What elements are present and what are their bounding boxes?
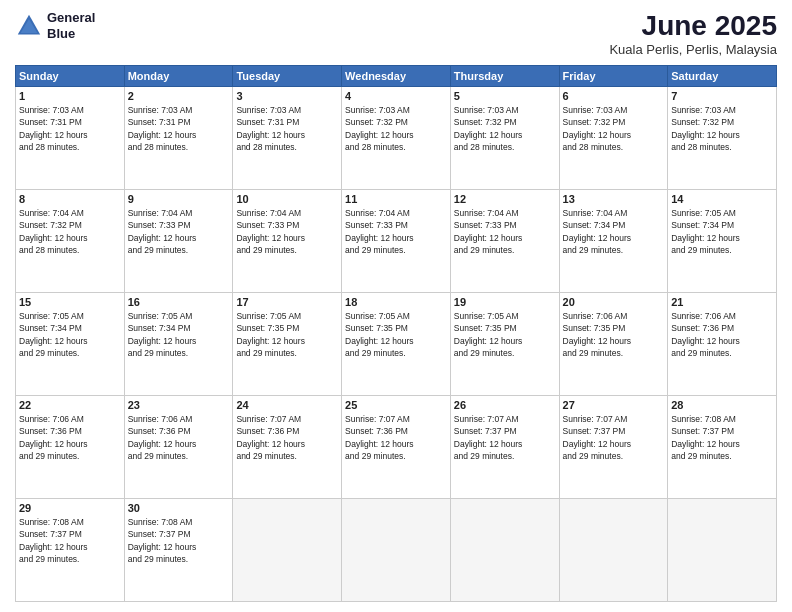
table-row: 25Sunrise: 7:07 AMSunset: 7:36 PMDayligh… — [342, 396, 451, 499]
cell-text: Sunrise: 7:07 AMSunset: 7:36 PMDaylight:… — [345, 413, 447, 462]
day-number: 21 — [671, 296, 773, 308]
day-number: 6 — [563, 90, 665, 102]
table-row: 7Sunrise: 7:03 AMSunset: 7:32 PMDaylight… — [668, 87, 777, 190]
calendar-week: 29Sunrise: 7:08 AMSunset: 7:37 PMDayligh… — [16, 499, 777, 602]
cell-text: Sunrise: 7:08 AMSunset: 7:37 PMDaylight:… — [128, 516, 230, 565]
day-number: 13 — [563, 193, 665, 205]
day-number: 3 — [236, 90, 338, 102]
table-row — [233, 499, 342, 602]
calendar-week: 22Sunrise: 7:06 AMSunset: 7:36 PMDayligh… — [16, 396, 777, 499]
day-number: 19 — [454, 296, 556, 308]
cell-text: Sunrise: 7:03 AMSunset: 7:32 PMDaylight:… — [563, 104, 665, 153]
table-row: 24Sunrise: 7:07 AMSunset: 7:36 PMDayligh… — [233, 396, 342, 499]
day-number: 5 — [454, 90, 556, 102]
weekday-header: Saturday — [668, 66, 777, 87]
day-number: 17 — [236, 296, 338, 308]
day-number: 1 — [19, 90, 121, 102]
cell-text: Sunrise: 7:04 AMSunset: 7:33 PMDaylight:… — [128, 207, 230, 256]
header: General Blue June 2025 Kuala Perlis, Per… — [15, 10, 777, 57]
cell-text: Sunrise: 7:04 AMSunset: 7:34 PMDaylight:… — [563, 207, 665, 256]
calendar-week: 1Sunrise: 7:03 AMSunset: 7:31 PMDaylight… — [16, 87, 777, 190]
cell-text: Sunrise: 7:05 AMSunset: 7:35 PMDaylight:… — [454, 310, 556, 359]
cell-text: Sunrise: 7:05 AMSunset: 7:34 PMDaylight:… — [19, 310, 121, 359]
month-title: June 2025 — [609, 10, 777, 42]
cell-text: Sunrise: 7:03 AMSunset: 7:32 PMDaylight:… — [671, 104, 773, 153]
table-row: 1Sunrise: 7:03 AMSunset: 7:31 PMDaylight… — [16, 87, 125, 190]
weekday-header: Thursday — [450, 66, 559, 87]
cell-text: Sunrise: 7:05 AMSunset: 7:35 PMDaylight:… — [236, 310, 338, 359]
day-number: 29 — [19, 502, 121, 514]
cell-text: Sunrise: 7:04 AMSunset: 7:33 PMDaylight:… — [345, 207, 447, 256]
day-number: 26 — [454, 399, 556, 411]
logo-text: General Blue — [47, 10, 95, 41]
cell-text: Sunrise: 7:06 AMSunset: 7:35 PMDaylight:… — [563, 310, 665, 359]
cell-text: Sunrise: 7:08 AMSunset: 7:37 PMDaylight:… — [671, 413, 773, 462]
day-number: 11 — [345, 193, 447, 205]
table-row: 28Sunrise: 7:08 AMSunset: 7:37 PMDayligh… — [668, 396, 777, 499]
day-number: 24 — [236, 399, 338, 411]
table-row: 18Sunrise: 7:05 AMSunset: 7:35 PMDayligh… — [342, 293, 451, 396]
weekday-header-row: SundayMondayTuesdayWednesdayThursdayFrid… — [16, 66, 777, 87]
cell-text: Sunrise: 7:06 AMSunset: 7:36 PMDaylight:… — [19, 413, 121, 462]
logo: General Blue — [15, 10, 95, 41]
table-row: 16Sunrise: 7:05 AMSunset: 7:34 PMDayligh… — [124, 293, 233, 396]
day-number: 16 — [128, 296, 230, 308]
table-row: 29Sunrise: 7:08 AMSunset: 7:37 PMDayligh… — [16, 499, 125, 602]
table-row: 15Sunrise: 7:05 AMSunset: 7:34 PMDayligh… — [16, 293, 125, 396]
table-row: 12Sunrise: 7:04 AMSunset: 7:33 PMDayligh… — [450, 190, 559, 293]
day-number: 12 — [454, 193, 556, 205]
cell-text: Sunrise: 7:07 AMSunset: 7:37 PMDaylight:… — [454, 413, 556, 462]
day-number: 8 — [19, 193, 121, 205]
day-number: 4 — [345, 90, 447, 102]
calendar-week: 8Sunrise: 7:04 AMSunset: 7:32 PMDaylight… — [16, 190, 777, 293]
cell-text: Sunrise: 7:03 AMSunset: 7:31 PMDaylight:… — [236, 104, 338, 153]
table-row: 6Sunrise: 7:03 AMSunset: 7:32 PMDaylight… — [559, 87, 668, 190]
cell-text: Sunrise: 7:05 AMSunset: 7:34 PMDaylight:… — [671, 207, 773, 256]
calendar-week: 15Sunrise: 7:05 AMSunset: 7:34 PMDayligh… — [16, 293, 777, 396]
weekday-header: Wednesday — [342, 66, 451, 87]
table-row: 30Sunrise: 7:08 AMSunset: 7:37 PMDayligh… — [124, 499, 233, 602]
weekday-header: Tuesday — [233, 66, 342, 87]
table-row: 19Sunrise: 7:05 AMSunset: 7:35 PMDayligh… — [450, 293, 559, 396]
day-number: 9 — [128, 193, 230, 205]
day-number: 15 — [19, 296, 121, 308]
day-number: 28 — [671, 399, 773, 411]
cell-text: Sunrise: 7:04 AMSunset: 7:33 PMDaylight:… — [236, 207, 338, 256]
cell-text: Sunrise: 7:03 AMSunset: 7:32 PMDaylight:… — [345, 104, 447, 153]
cell-text: Sunrise: 7:04 AMSunset: 7:32 PMDaylight:… — [19, 207, 121, 256]
calendar: SundayMondayTuesdayWednesdayThursdayFrid… — [15, 65, 777, 602]
table-row: 26Sunrise: 7:07 AMSunset: 7:37 PMDayligh… — [450, 396, 559, 499]
cell-text: Sunrise: 7:04 AMSunset: 7:33 PMDaylight:… — [454, 207, 556, 256]
weekday-header: Friday — [559, 66, 668, 87]
day-number: 7 — [671, 90, 773, 102]
table-row — [342, 499, 451, 602]
day-number: 22 — [19, 399, 121, 411]
logo-line2: Blue — [47, 26, 95, 42]
table-row: 27Sunrise: 7:07 AMSunset: 7:37 PMDayligh… — [559, 396, 668, 499]
day-number: 27 — [563, 399, 665, 411]
day-number: 2 — [128, 90, 230, 102]
cell-text: Sunrise: 7:06 AMSunset: 7:36 PMDaylight:… — [671, 310, 773, 359]
cell-text: Sunrise: 7:03 AMSunset: 7:31 PMDaylight:… — [19, 104, 121, 153]
table-row: 10Sunrise: 7:04 AMSunset: 7:33 PMDayligh… — [233, 190, 342, 293]
table-row: 22Sunrise: 7:06 AMSunset: 7:36 PMDayligh… — [16, 396, 125, 499]
table-row: 13Sunrise: 7:04 AMSunset: 7:34 PMDayligh… — [559, 190, 668, 293]
cell-text: Sunrise: 7:05 AMSunset: 7:35 PMDaylight:… — [345, 310, 447, 359]
title-block: June 2025 Kuala Perlis, Perlis, Malaysia — [609, 10, 777, 57]
weekday-header: Monday — [124, 66, 233, 87]
cell-text: Sunrise: 7:03 AMSunset: 7:31 PMDaylight:… — [128, 104, 230, 153]
weekday-header: Sunday — [16, 66, 125, 87]
cell-text: Sunrise: 7:07 AMSunset: 7:36 PMDaylight:… — [236, 413, 338, 462]
table-row: 11Sunrise: 7:04 AMSunset: 7:33 PMDayligh… — [342, 190, 451, 293]
day-number: 14 — [671, 193, 773, 205]
table-row: 23Sunrise: 7:06 AMSunset: 7:36 PMDayligh… — [124, 396, 233, 499]
table-row: 9Sunrise: 7:04 AMSunset: 7:33 PMDaylight… — [124, 190, 233, 293]
table-row: 21Sunrise: 7:06 AMSunset: 7:36 PMDayligh… — [668, 293, 777, 396]
day-number: 10 — [236, 193, 338, 205]
table-row: 14Sunrise: 7:05 AMSunset: 7:34 PMDayligh… — [668, 190, 777, 293]
day-number: 30 — [128, 502, 230, 514]
cell-text: Sunrise: 7:08 AMSunset: 7:37 PMDaylight:… — [19, 516, 121, 565]
logo-line1: General — [47, 10, 95, 26]
table-row: 4Sunrise: 7:03 AMSunset: 7:32 PMDaylight… — [342, 87, 451, 190]
cell-text: Sunrise: 7:06 AMSunset: 7:36 PMDaylight:… — [128, 413, 230, 462]
